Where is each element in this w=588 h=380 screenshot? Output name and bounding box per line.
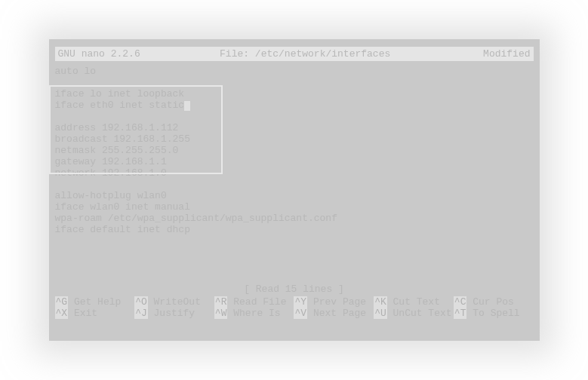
file-path: File: /etc/network/interfaces bbox=[189, 48, 483, 60]
shortcut-cur-pos[interactable]: ^C Cur Pos bbox=[454, 296, 534, 308]
shortcut-text: UnCut Text bbox=[387, 308, 452, 319]
content-line[interactable]: iface eth0 inet static bbox=[55, 100, 534, 111]
shortcut-where-is[interactable]: ^W Where Is bbox=[214, 308, 294, 319]
shortcut-text: Cur Pos bbox=[466, 296, 513, 308]
shortcut-exit[interactable]: ^X Exit bbox=[55, 308, 135, 319]
shortcut-read-file[interactable]: ^R Read File bbox=[214, 296, 294, 308]
content-line[interactable]: netmask 255.255.255.0 bbox=[55, 145, 534, 156]
cursor-icon bbox=[184, 101, 190, 111]
shortcut-text: Read File bbox=[227, 296, 286, 308]
modified-status: Modified bbox=[483, 48, 530, 60]
content-line[interactable]: gateway 192.168.1.1 bbox=[55, 156, 534, 167]
content-line[interactable]: iface wlan0 inet manual bbox=[55, 201, 534, 213]
content-line[interactable]: network 192.168.1.0 bbox=[55, 167, 534, 179]
key-label: ^U bbox=[374, 308, 387, 319]
key-label: ^O bbox=[134, 296, 148, 308]
shortcut-text: WriteOut bbox=[148, 296, 201, 308]
content-line[interactable] bbox=[55, 77, 534, 88]
nano-editor-window: GNU nano 2.2.6 File: /etc/network/interf… bbox=[49, 39, 540, 341]
shortcut-text: Exit bbox=[68, 308, 97, 319]
key-label: ^X bbox=[55, 308, 69, 319]
content-line[interactable]: allow-hotplug wlan0 bbox=[55, 190, 534, 201]
content-text: iface eth0 inet static bbox=[55, 100, 185, 111]
shortcut-bar: ^G Get Help ^O WriteOut ^R Read File ^Y … bbox=[55, 296, 534, 319]
key-label: ^V bbox=[294, 308, 307, 319]
content-line[interactable]: broadcast 192.168.1.255 bbox=[55, 133, 534, 145]
content-line[interactable]: wpa-roam /etc/wpa_supplicant/wpa_supplic… bbox=[55, 213, 534, 224]
editor-content[interactable]: auto lo iface lo inet loopback iface eth… bbox=[55, 66, 534, 295]
shortcut-to-spell[interactable]: ^T To Spell bbox=[454, 308, 534, 319]
shortcut-text: Next Page bbox=[307, 308, 366, 319]
shortcut-get-help[interactable]: ^G Get Help bbox=[55, 296, 135, 308]
content-line[interactable]: iface default inet dhcp bbox=[55, 224, 534, 235]
key-label: ^K bbox=[374, 296, 387, 308]
key-label: ^W bbox=[214, 308, 228, 319]
shortcut-next-page[interactable]: ^V Next Page bbox=[294, 308, 374, 319]
app-name: GNU nano 2.2.6 bbox=[58, 48, 190, 60]
content-line[interactable]: address 192.168.1.112 bbox=[55, 122, 534, 133]
content-line[interactable]: auto lo bbox=[55, 66, 534, 77]
key-label: ^Y bbox=[294, 296, 307, 308]
editor-header: GNU nano 2.2.6 File: /etc/network/interf… bbox=[55, 47, 534, 61]
key-label: ^J bbox=[134, 308, 148, 319]
shortcut-text: Cut Text bbox=[387, 296, 440, 308]
content-line[interactable] bbox=[55, 111, 534, 122]
content-line[interactable] bbox=[55, 179, 534, 190]
shortcut-cut-text[interactable]: ^K Cut Text bbox=[374, 296, 454, 308]
key-label: ^R bbox=[214, 296, 228, 308]
shortcut-writeout[interactable]: ^O WriteOut bbox=[134, 296, 214, 308]
status-line: [ Read 15 lines ] bbox=[55, 283, 534, 295]
key-label: ^G bbox=[55, 296, 69, 308]
key-label: ^T bbox=[454, 308, 467, 319]
shortcut-text: Prev Page bbox=[307, 296, 366, 308]
shortcut-justify[interactable]: ^J Justify bbox=[134, 308, 214, 319]
content-line[interactable]: iface lo inet loopback bbox=[55, 88, 534, 100]
shortcut-uncut-text[interactable]: ^U UnCut Text bbox=[374, 308, 454, 319]
shortcut-text: Get Help bbox=[68, 296, 121, 308]
shortcut-text: To Spell bbox=[466, 308, 519, 319]
shortcut-text: Justify bbox=[148, 308, 195, 319]
shortcut-prev-page[interactable]: ^Y Prev Page bbox=[294, 296, 374, 308]
shortcut-text: Where Is bbox=[227, 308, 280, 319]
key-label: ^C bbox=[454, 296, 467, 308]
